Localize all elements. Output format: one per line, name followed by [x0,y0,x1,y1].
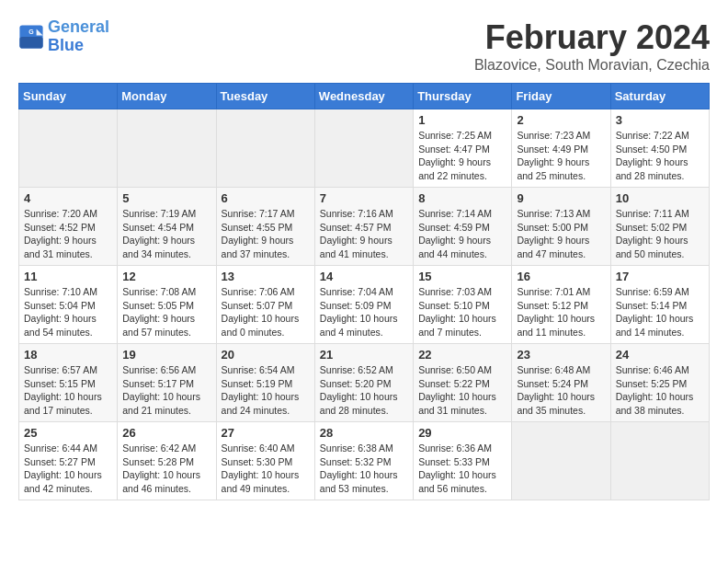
calendar-cell: 17Sunrise: 6:59 AM Sunset: 5:14 PM Dayli… [610,266,709,344]
day-number: 26 [122,426,210,440]
calendar-cell: 9Sunrise: 7:13 AM Sunset: 5:00 PM Daylig… [512,188,610,266]
day-info: Sunrise: 6:50 AM Sunset: 5:22 PM Dayligh… [418,363,506,418]
calendar-cell: 18Sunrise: 6:57 AM Sunset: 5:15 PM Dayli… [19,344,118,422]
day-number: 11 [24,270,112,283]
day-number: 5 [122,191,210,205]
calendar-cell: 29Sunrise: 6:36 AM Sunset: 5:33 PM Dayli… [414,422,512,500]
calendar-cell: 5Sunrise: 7:19 AM Sunset: 4:54 PM Daylig… [118,188,216,266]
header-row: Sunday Monday Tuesday Wednesday Thursday… [19,84,710,109]
calendar-cell: 12Sunrise: 7:08 AM Sunset: 5:05 PM Dayli… [118,266,216,344]
day-number: 2 [517,113,605,127]
calendar-cell: 19Sunrise: 6:56 AM Sunset: 5:17 PM Dayli… [118,344,216,422]
svg-text:G: G [28,29,34,35]
day-info: Sunrise: 7:03 AM Sunset: 5:10 PM Dayligh… [418,285,506,339]
day-number: 12 [122,270,210,283]
day-number: 17 [616,270,704,283]
day-info: Sunrise: 7:10 AM Sunset: 5:04 PM Dayligh… [24,285,112,339]
calendar-cell: 23Sunrise: 6:48 AM Sunset: 5:24 PM Dayli… [512,344,610,422]
day-number: 1 [418,113,506,127]
calendar-cell: 28Sunrise: 6:38 AM Sunset: 5:32 PM Dayli… [314,422,413,500]
day-number: 13 [222,270,310,283]
day-number: 4 [24,191,112,205]
calendar-cell: 11Sunrise: 7:10 AM Sunset: 5:04 PM Dayli… [19,266,118,344]
day-number: 7 [320,191,408,205]
calendar-week-4: 25Sunrise: 6:44 AM Sunset: 5:27 PM Dayli… [19,422,710,500]
day-number: 23 [517,348,605,362]
calendar-cell: 3Sunrise: 7:22 AM Sunset: 4:50 PM Daylig… [610,109,709,188]
logo: G General Blue [18,18,109,55]
calendar-cell: 22Sunrise: 6:50 AM Sunset: 5:22 PM Dayli… [414,344,512,422]
calendar-cell: 15Sunrise: 7:03 AM Sunset: 5:10 PM Dayli… [414,266,512,344]
day-info: Sunrise: 7:13 AM Sunset: 5:00 PM Dayligh… [517,207,605,261]
col-tuesday: Tuesday [216,84,314,109]
day-info: Sunrise: 7:14 AM Sunset: 4:59 PM Dayligh… [418,207,506,261]
day-number: 28 [320,426,408,440]
day-info: Sunrise: 7:23 AM Sunset: 4:49 PM Dayligh… [517,129,605,183]
day-info: Sunrise: 6:40 AM Sunset: 5:30 PM Dayligh… [222,442,310,496]
day-info: Sunrise: 7:17 AM Sunset: 4:55 PM Dayligh… [222,207,310,261]
day-number: 27 [222,426,310,440]
calendar-body: 1Sunrise: 7:25 AM Sunset: 4:47 PM Daylig… [19,109,710,500]
day-info: Sunrise: 6:48 AM Sunset: 5:24 PM Dayligh… [517,363,605,418]
logo-line1: General [48,17,109,36]
calendar-cell [610,422,709,500]
calendar-cell: 6Sunrise: 7:17 AM Sunset: 4:55 PM Daylig… [216,188,314,266]
calendar-table: Sunday Monday Tuesday Wednesday Thursday… [18,83,710,500]
calendar-cell: 1Sunrise: 7:25 AM Sunset: 4:47 PM Daylig… [414,109,512,188]
col-friday: Friday [512,84,610,109]
day-info: Sunrise: 6:57 AM Sunset: 5:15 PM Dayligh… [24,363,112,418]
calendar-cell: 7Sunrise: 7:16 AM Sunset: 4:57 PM Daylig… [314,188,413,266]
calendar-cell: 27Sunrise: 6:40 AM Sunset: 5:30 PM Dayli… [216,422,314,500]
calendar-week-2: 11Sunrise: 7:10 AM Sunset: 5:04 PM Dayli… [19,266,710,344]
day-number: 8 [418,191,506,205]
day-number: 3 [616,113,704,127]
calendar-cell: 25Sunrise: 6:44 AM Sunset: 5:27 PM Dayli… [19,422,118,500]
day-info: Sunrise: 7:16 AM Sunset: 4:57 PM Dayligh… [320,207,408,261]
calendar-week-1: 4Sunrise: 7:20 AM Sunset: 4:52 PM Daylig… [19,188,710,266]
day-info: Sunrise: 7:22 AM Sunset: 4:50 PM Dayligh… [616,129,704,183]
col-saturday: Saturday [610,84,709,109]
day-number: 21 [320,348,408,362]
day-number: 14 [320,270,408,283]
day-number: 24 [616,348,704,362]
calendar-header: Sunday Monday Tuesday Wednesday Thursday… [19,84,710,109]
logo-line2: Blue [48,36,84,54]
day-info: Sunrise: 7:11 AM Sunset: 5:02 PM Dayligh… [616,207,704,261]
calendar-cell: 4Sunrise: 7:20 AM Sunset: 4:52 PM Daylig… [19,188,118,266]
day-info: Sunrise: 6:36 AM Sunset: 5:33 PM Dayligh… [418,442,506,496]
day-info: Sunrise: 6:42 AM Sunset: 5:28 PM Dayligh… [122,442,210,496]
title-block: February 2024 Blazovice, South Moravian,… [474,18,710,74]
col-sunday: Sunday [19,84,118,109]
logo-icon: G [18,24,44,50]
calendar-cell: 10Sunrise: 7:11 AM Sunset: 5:02 PM Dayli… [610,188,709,266]
calendar-week-3: 18Sunrise: 6:57 AM Sunset: 5:15 PM Dayli… [19,344,710,422]
calendar-cell: 26Sunrise: 6:42 AM Sunset: 5:28 PM Dayli… [118,422,216,500]
day-number: 20 [222,348,310,362]
day-number: 16 [517,270,605,283]
day-info: Sunrise: 7:19 AM Sunset: 4:54 PM Dayligh… [122,207,210,261]
day-number: 18 [24,348,112,362]
day-info: Sunrise: 6:44 AM Sunset: 5:27 PM Dayligh… [24,442,112,496]
calendar-cell [118,109,216,188]
calendar-cell [19,109,118,188]
day-info: Sunrise: 6:56 AM Sunset: 5:17 PM Dayligh… [122,363,210,418]
day-info: Sunrise: 6:54 AM Sunset: 5:19 PM Dayligh… [222,363,310,418]
day-info: Sunrise: 6:46 AM Sunset: 5:25 PM Dayligh… [616,363,704,418]
calendar-cell [512,422,610,500]
day-number: 15 [418,270,506,283]
day-info: Sunrise: 6:52 AM Sunset: 5:20 PM Dayligh… [320,363,408,418]
day-number: 22 [418,348,506,362]
day-info: Sunrise: 7:06 AM Sunset: 5:07 PM Dayligh… [222,285,310,339]
month-title: February 2024 [474,18,710,57]
day-number: 25 [24,426,112,440]
calendar-cell: 20Sunrise: 6:54 AM Sunset: 5:19 PM Dayli… [216,344,314,422]
calendar-cell [314,109,413,188]
col-thursday: Thursday [414,84,512,109]
day-number: 29 [418,426,506,440]
location: Blazovice, South Moravian, Czechia [474,57,710,74]
day-info: Sunrise: 7:08 AM Sunset: 5:05 PM Dayligh… [122,285,210,339]
day-info: Sunrise: 6:59 AM Sunset: 5:14 PM Dayligh… [616,285,704,339]
svg-rect-2 [19,37,42,49]
calendar-cell: 24Sunrise: 6:46 AM Sunset: 5:25 PM Dayli… [610,344,709,422]
day-number: 6 [222,191,310,205]
